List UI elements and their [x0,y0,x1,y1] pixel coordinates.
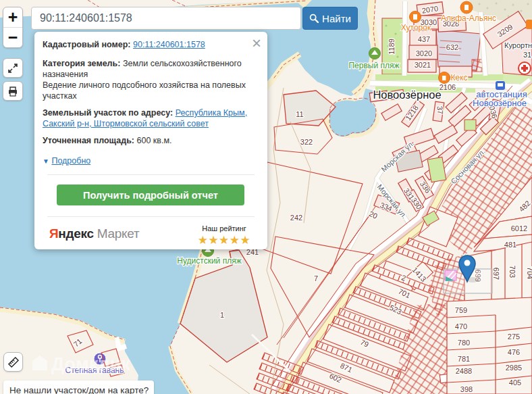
svg-text:322: 322 [300,138,313,146]
svg-text:2488: 2488 [456,367,472,375]
svg-text:2985: 2985 [506,364,522,372]
svg-text:759: 759 [455,306,467,314]
svg-text:1: 1 [220,311,224,319]
svg-text:704: 704 [526,267,532,279]
svg-text:697: 697 [492,268,500,280]
svg-text:476: 476 [508,348,520,356]
svg-text:632: 632 [446,43,458,51]
svg-text:3021: 3021 [415,61,431,69]
svg-text:11: 11 [296,110,303,118]
svg-text:398: 398 [460,385,473,393]
svg-text:31: 31 [523,51,531,59]
svg-text:2106: 2106 [440,83,456,91]
svg-text:3020: 3020 [416,49,432,57]
svg-text:1189: 1189 [388,39,396,55]
svg-text:780: 780 [458,339,470,347]
svg-text:481: 481 [504,241,516,249]
svg-text:Нудистский пляж: Нудистский пляж [177,256,241,266]
svg-text:437: 437 [418,35,430,43]
svg-text:242: 242 [290,214,302,222]
svg-text:6012: 6012 [511,224,527,232]
svg-text:Кекс: Кекс [450,73,467,82]
svg-text:Курортна: Курортна [504,41,532,49]
svg-text:703: 703 [508,266,516,278]
svg-text:Первый пляж: Первый пляж [348,61,399,70]
svg-text:275: 275 [508,333,520,341]
svg-text:7: 7 [314,274,318,282]
svg-text:Альфа-Альянс: Альфа-Альянс [441,14,496,23]
svg-text:Хуторок: Хуторок [401,23,431,32]
svg-text:37: 37 [435,105,444,114]
svg-text:Новоозёрное: Новоозёрное [373,89,441,101]
svg-text:405: 405 [509,378,521,387]
svg-text:781: 781 [458,355,470,363]
svg-text:Домклик: Домклик [51,354,130,374]
svg-text:Новоозёрное: Новоозёрное [473,98,527,108]
svg-text:470: 470 [455,322,467,330]
